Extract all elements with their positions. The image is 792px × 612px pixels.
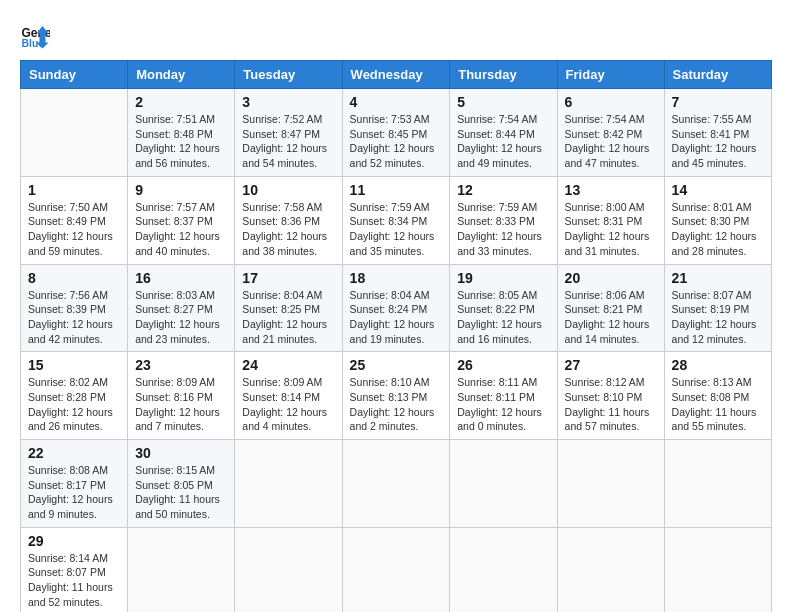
calendar-cell: 22 Sunrise: 8:08 AMSunset: 8:17 PMDaylig… xyxy=(21,440,128,528)
day-info: Sunrise: 8:05 AMSunset: 8:22 PMDaylight:… xyxy=(457,289,542,345)
calendar-cell: 23 Sunrise: 8:09 AMSunset: 8:16 PMDaylig… xyxy=(128,352,235,440)
day-number: 5 xyxy=(457,94,549,110)
header-day: Monday xyxy=(128,61,235,89)
day-number: 25 xyxy=(350,357,443,373)
calendar-week-row: 29 Sunrise: 8:14 AMSunset: 8:07 PMDaylig… xyxy=(21,527,772,612)
header-day: Tuesday xyxy=(235,61,342,89)
calendar-cell xyxy=(342,440,450,528)
calendar-week-row: 8 Sunrise: 7:56 AMSunset: 8:39 PMDayligh… xyxy=(21,264,772,352)
day-number: 14 xyxy=(672,182,764,198)
calendar-cell: 16 Sunrise: 8:03 AMSunset: 8:27 PMDaylig… xyxy=(128,264,235,352)
day-number: 17 xyxy=(242,270,334,286)
day-info: Sunrise: 7:56 AMSunset: 8:39 PMDaylight:… xyxy=(28,289,113,345)
day-info: Sunrise: 8:07 AMSunset: 8:19 PMDaylight:… xyxy=(672,289,757,345)
calendar-cell: 30 Sunrise: 8:15 AMSunset: 8:05 PMDaylig… xyxy=(128,440,235,528)
calendar-cell: 26 Sunrise: 8:11 AMSunset: 8:11 PMDaylig… xyxy=(450,352,557,440)
calendar-cell xyxy=(450,440,557,528)
day-info: Sunrise: 8:14 AMSunset: 8:07 PMDaylight:… xyxy=(28,552,113,608)
day-number: 15 xyxy=(28,357,120,373)
day-number: 21 xyxy=(672,270,764,286)
calendar-cell: 29 Sunrise: 8:14 AMSunset: 8:07 PMDaylig… xyxy=(21,527,128,612)
calendar-cell: 17 Sunrise: 8:04 AMSunset: 8:25 PMDaylig… xyxy=(235,264,342,352)
day-number: 3 xyxy=(242,94,334,110)
calendar-cell: 18 Sunrise: 8:04 AMSunset: 8:24 PMDaylig… xyxy=(342,264,450,352)
day-info: Sunrise: 8:09 AMSunset: 8:16 PMDaylight:… xyxy=(135,376,220,432)
day-info: Sunrise: 8:09 AMSunset: 8:14 PMDaylight:… xyxy=(242,376,327,432)
calendar-cell xyxy=(557,440,664,528)
calendar-cell xyxy=(235,527,342,612)
calendar-week-row: 22 Sunrise: 8:08 AMSunset: 8:17 PMDaylig… xyxy=(21,440,772,528)
calendar-cell: 9 Sunrise: 7:57 AMSunset: 8:37 PMDayligh… xyxy=(128,176,235,264)
day-info: Sunrise: 8:03 AMSunset: 8:27 PMDaylight:… xyxy=(135,289,220,345)
day-number: 9 xyxy=(135,182,227,198)
calendar-cell: 14 Sunrise: 8:01 AMSunset: 8:30 PMDaylig… xyxy=(664,176,771,264)
day-info: Sunrise: 7:55 AMSunset: 8:41 PMDaylight:… xyxy=(672,113,757,169)
calendar-cell: 15 Sunrise: 8:02 AMSunset: 8:28 PMDaylig… xyxy=(21,352,128,440)
day-number: 7 xyxy=(672,94,764,110)
day-number: 6 xyxy=(565,94,657,110)
day-number: 2 xyxy=(135,94,227,110)
day-number: 29 xyxy=(28,533,120,549)
day-info: Sunrise: 8:04 AMSunset: 8:24 PMDaylight:… xyxy=(350,289,435,345)
day-info: Sunrise: 8:02 AMSunset: 8:28 PMDaylight:… xyxy=(28,376,113,432)
calendar-cell xyxy=(450,527,557,612)
day-info: Sunrise: 7:51 AMSunset: 8:48 PMDaylight:… xyxy=(135,113,220,169)
day-info: Sunrise: 7:57 AMSunset: 8:37 PMDaylight:… xyxy=(135,201,220,257)
day-info: Sunrise: 7:50 AMSunset: 8:49 PMDaylight:… xyxy=(28,201,113,257)
calendar-header: SundayMondayTuesdayWednesdayThursdayFrid… xyxy=(21,61,772,89)
calendar-cell: 13 Sunrise: 8:00 AMSunset: 8:31 PMDaylig… xyxy=(557,176,664,264)
day-info: Sunrise: 8:04 AMSunset: 8:25 PMDaylight:… xyxy=(242,289,327,345)
header-row: SundayMondayTuesdayWednesdayThursdayFrid… xyxy=(21,61,772,89)
calendar-cell xyxy=(342,527,450,612)
calendar-cell: 5 Sunrise: 7:54 AMSunset: 8:44 PMDayligh… xyxy=(450,89,557,177)
day-number: 28 xyxy=(672,357,764,373)
day-number: 26 xyxy=(457,357,549,373)
calendar-week-row: 2 Sunrise: 7:51 AMSunset: 8:48 PMDayligh… xyxy=(21,89,772,177)
day-info: Sunrise: 7:53 AMSunset: 8:45 PMDaylight:… xyxy=(350,113,435,169)
day-number: 16 xyxy=(135,270,227,286)
calendar-cell xyxy=(235,440,342,528)
day-info: Sunrise: 7:59 AMSunset: 8:33 PMDaylight:… xyxy=(457,201,542,257)
logo-icon: General Blue xyxy=(20,20,50,50)
calendar-cell: 10 Sunrise: 7:58 AMSunset: 8:36 PMDaylig… xyxy=(235,176,342,264)
day-number: 11 xyxy=(350,182,443,198)
day-number: 24 xyxy=(242,357,334,373)
day-number: 30 xyxy=(135,445,227,461)
day-info: Sunrise: 7:59 AMSunset: 8:34 PMDaylight:… xyxy=(350,201,435,257)
day-number: 20 xyxy=(565,270,657,286)
day-info: Sunrise: 8:11 AMSunset: 8:11 PMDaylight:… xyxy=(457,376,542,432)
calendar-cell xyxy=(21,89,128,177)
header-day: Thursday xyxy=(450,61,557,89)
header-day: Wednesday xyxy=(342,61,450,89)
day-number: 19 xyxy=(457,270,549,286)
calendar-cell xyxy=(557,527,664,612)
day-info: Sunrise: 8:12 AMSunset: 8:10 PMDaylight:… xyxy=(565,376,650,432)
calendar-cell: 8 Sunrise: 7:56 AMSunset: 8:39 PMDayligh… xyxy=(21,264,128,352)
day-number: 22 xyxy=(28,445,120,461)
calendar-cell: 24 Sunrise: 8:09 AMSunset: 8:14 PMDaylig… xyxy=(235,352,342,440)
calendar-cell: 7 Sunrise: 7:55 AMSunset: 8:41 PMDayligh… xyxy=(664,89,771,177)
day-info: Sunrise: 7:54 AMSunset: 8:42 PMDaylight:… xyxy=(565,113,650,169)
day-number: 27 xyxy=(565,357,657,373)
logo: General Blue xyxy=(20,20,50,50)
calendar-cell: 28 Sunrise: 8:13 AMSunset: 8:08 PMDaylig… xyxy=(664,352,771,440)
day-info: Sunrise: 7:52 AMSunset: 8:47 PMDaylight:… xyxy=(242,113,327,169)
day-info: Sunrise: 8:13 AMSunset: 8:08 PMDaylight:… xyxy=(672,376,757,432)
calendar-cell: 12 Sunrise: 7:59 AMSunset: 8:33 PMDaylig… xyxy=(450,176,557,264)
day-number: 18 xyxy=(350,270,443,286)
calendar-cell: 6 Sunrise: 7:54 AMSunset: 8:42 PMDayligh… xyxy=(557,89,664,177)
calendar-body: 2 Sunrise: 7:51 AMSunset: 8:48 PMDayligh… xyxy=(21,89,772,613)
day-info: Sunrise: 7:54 AMSunset: 8:44 PMDaylight:… xyxy=(457,113,542,169)
day-info: Sunrise: 8:01 AMSunset: 8:30 PMDaylight:… xyxy=(672,201,757,257)
day-info: Sunrise: 7:58 AMSunset: 8:36 PMDaylight:… xyxy=(242,201,327,257)
day-info: Sunrise: 8:06 AMSunset: 8:21 PMDaylight:… xyxy=(565,289,650,345)
calendar-cell: 2 Sunrise: 7:51 AMSunset: 8:48 PMDayligh… xyxy=(128,89,235,177)
header-day: Friday xyxy=(557,61,664,89)
day-info: Sunrise: 8:15 AMSunset: 8:05 PMDaylight:… xyxy=(135,464,220,520)
day-info: Sunrise: 8:10 AMSunset: 8:13 PMDaylight:… xyxy=(350,376,435,432)
calendar-cell: 21 Sunrise: 8:07 AMSunset: 8:19 PMDaylig… xyxy=(664,264,771,352)
day-number: 12 xyxy=(457,182,549,198)
day-number: 23 xyxy=(135,357,227,373)
header: General Blue xyxy=(20,20,772,50)
calendar-cell: 11 Sunrise: 7:59 AMSunset: 8:34 PMDaylig… xyxy=(342,176,450,264)
